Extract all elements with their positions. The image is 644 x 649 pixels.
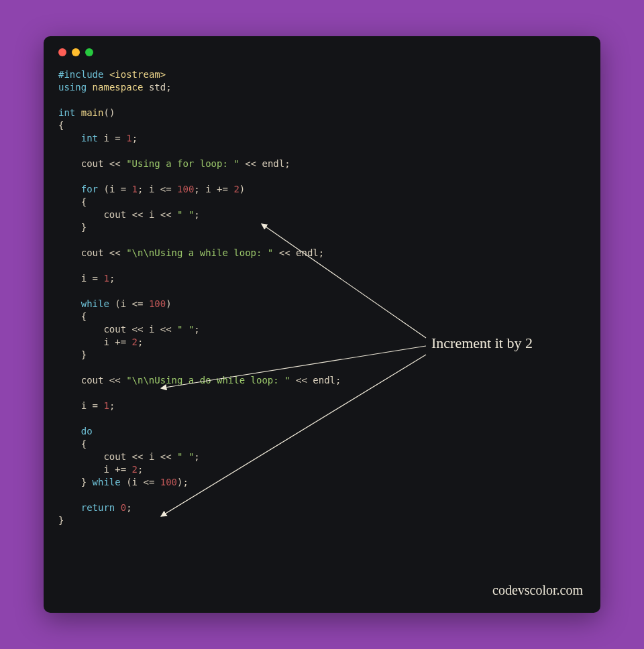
indent — [58, 196, 81, 207]
indent — [58, 451, 103, 462]
indent — [58, 133, 81, 143]
op: <= — [154, 184, 177, 194]
paren: ( — [98, 184, 109, 194]
indent — [58, 273, 81, 284]
brace: } — [58, 515, 64, 526]
identifier: i — [81, 400, 87, 411]
op: = — [87, 273, 103, 284]
parens: () — [103, 107, 115, 118]
op: += — [211, 184, 234, 194]
number: 0 — [121, 502, 126, 513]
punct: ; — [194, 184, 205, 194]
identifier: i — [103, 133, 109, 143]
identifier: cout — [81, 375, 104, 386]
punct: ; — [194, 324, 199, 335]
indent — [58, 222, 81, 233]
identifier: i — [103, 464, 109, 475]
minimize-icon — [72, 48, 80, 56]
punct: ; — [126, 502, 131, 513]
brace: { — [81, 438, 87, 449]
paren: ( — [109, 298, 121, 309]
number: 100 — [177, 184, 194, 194]
brace: { — [58, 120, 64, 131]
brace: } — [81, 349, 87, 360]
indent — [58, 464, 103, 475]
number: 1 — [103, 273, 109, 284]
op: << — [103, 158, 126, 169]
punct: ; — [138, 337, 143, 347]
identifier: cout — [103, 324, 126, 335]
indent — [58, 477, 81, 487]
op: << — [103, 247, 126, 258]
watermark: codevscolor.com — [492, 583, 583, 598]
punct: ; — [194, 209, 199, 220]
annotation-label: Increment it by 2 — [431, 335, 533, 352]
paren: ); — [177, 477, 189, 487]
identifier: cout — [81, 158, 104, 169]
indent — [58, 209, 103, 220]
string: " " — [177, 209, 194, 220]
op: << — [103, 375, 126, 386]
window-traffic-lights — [58, 48, 586, 56]
indent — [58, 426, 81, 436]
brace: { — [81, 311, 87, 322]
brace: } — [81, 222, 87, 233]
number: 1 — [103, 400, 109, 411]
indent — [58, 349, 81, 360]
close-icon — [58, 48, 66, 56]
punct: ; — [284, 158, 290, 169]
identifier: cout — [103, 451, 126, 462]
punct: ; — [166, 82, 171, 93]
punct: ; — [109, 273, 115, 284]
identifier: cout — [81, 247, 104, 258]
keyword: using — [58, 82, 87, 93]
number: 1 — [126, 133, 131, 143]
op: << — [126, 209, 149, 220]
punct: ; — [319, 247, 324, 258]
indent — [58, 298, 81, 309]
op: = — [87, 400, 103, 411]
op: += — [109, 337, 132, 347]
keyword: do — [81, 426, 93, 436]
paren: ) — [239, 184, 245, 194]
indent — [58, 311, 81, 322]
number: 100 — [160, 477, 177, 487]
identifier: i — [205, 184, 211, 194]
number: 2 — [132, 464, 138, 475]
indent — [58, 247, 81, 258]
identifier: i — [81, 273, 87, 284]
identifier: endl — [313, 375, 335, 386]
op: = — [109, 133, 126, 143]
maximize-icon — [85, 48, 93, 56]
number: 2 — [132, 337, 138, 347]
identifier: endl — [296, 247, 319, 258]
include-path: <iostream> — [109, 69, 166, 80]
keyword: while — [81, 298, 109, 309]
indent — [58, 184, 81, 194]
keyword: int — [58, 107, 75, 118]
op: += — [109, 464, 132, 475]
keyword: int — [81, 133, 98, 143]
paren: ( — [121, 477, 132, 487]
punct: ; — [138, 464, 143, 475]
string: "\n\nUsing a while loop: " — [126, 247, 273, 258]
op: = — [115, 184, 131, 194]
indent — [58, 438, 81, 449]
op: <= — [126, 298, 149, 309]
punct: ; — [138, 184, 149, 194]
code-block: #include <iostream> using namespace std;… — [58, 68, 586, 527]
number: 100 — [149, 298, 166, 309]
string: "\n\nUsing a do while loop: " — [126, 375, 290, 386]
brace: } — [81, 477, 93, 487]
indent — [58, 502, 81, 513]
op: << — [273, 247, 296, 258]
number: 2 — [233, 184, 239, 194]
function-name: main — [81, 107, 104, 118]
punct: ; — [335, 375, 341, 386]
identifier: i — [121, 298, 126, 309]
indent — [58, 337, 103, 347]
indent — [58, 375, 81, 386]
op: << — [154, 324, 177, 335]
op: << — [126, 451, 149, 462]
op: << — [126, 324, 149, 335]
